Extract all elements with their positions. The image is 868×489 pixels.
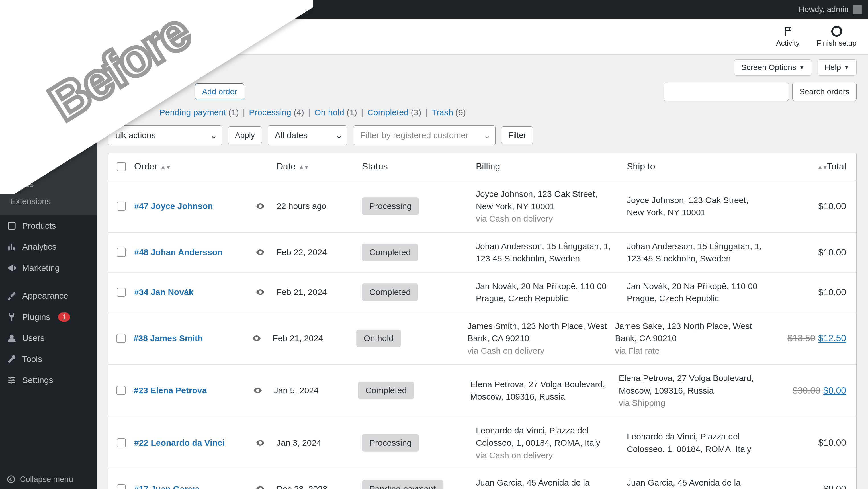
screen-options-tab[interactable]: Screen Options▼ — [734, 59, 812, 76]
sort-icon: ▲▾ — [298, 163, 308, 171]
filter-label: Processing — [249, 108, 291, 117]
row-checkbox[interactable] — [117, 248, 126, 257]
search-orders-input[interactable] — [663, 83, 789, 101]
eye-icon[interactable] — [255, 484, 265, 489]
wp-logo[interactable] — [6, 0, 24, 19]
col-header-date[interactable]: Date▲▾ — [277, 161, 362, 172]
row-checkbox[interactable] — [117, 386, 126, 395]
order-link[interactable]: #17 Juan Garcia — [134, 484, 199, 489]
sidebar-item-tools[interactable]: Tools — [0, 348, 97, 370]
row-checkbox[interactable] — [117, 484, 126, 489]
table-row: #17 Juan Garcia Dec 28, 2023 Pending pay… — [108, 469, 856, 489]
sidebar-item-posts[interactable]: Posts — [0, 40, 97, 61]
site-title-link[interactable]: dashify — [24, 0, 70, 19]
finish-setup-button[interactable]: Finish setup — [817, 26, 857, 48]
submenu-item-orders[interactable]: ders 4 — [0, 106, 97, 123]
submenu-item-woo-settings[interactable]: Settings — [0, 158, 97, 176]
order-link[interactable]: #48 Johan Andersson — [134, 247, 223, 257]
comments-count: 0 — [112, 5, 117, 14]
eye-icon[interactable] — [255, 287, 265, 297]
submenu-item-status[interactable]: Status — [0, 176, 97, 193]
add-order-button[interactable]: Add order — [195, 84, 244, 100]
sidebar-item-marketing[interactable]: Marketing — [0, 257, 97, 278]
updates-link[interactable]: 1 — [70, 0, 96, 19]
sidebar-item-products[interactable]: Products — [0, 215, 97, 236]
col-header-order[interactable]: Order▲▾ — [134, 161, 277, 172]
filter-onhold-link[interactable]: On hold (1) — [314, 108, 357, 117]
order-link[interactable]: #38 James Smith — [133, 334, 203, 343]
total-price: $10.00 — [818, 201, 846, 211]
submenu-item-extensions[interactable]: Extensions — [0, 193, 97, 210]
order-date: Jan 5, 2024 — [274, 386, 319, 395]
dates-label: All dates — [275, 130, 308, 140]
billing-address: Jan Novák, 20 Na Příkopě, 110 00Prague, … — [476, 280, 627, 305]
separator: | — [239, 108, 249, 117]
eye-icon[interactable] — [253, 386, 262, 395]
sidebar-item-woocommerce[interactable]: ce — [0, 82, 97, 103]
order-link[interactable]: #47 Joyce Johnson — [134, 201, 213, 211]
sidebar-item-analytics[interactable]: Analytics — [0, 236, 97, 257]
sidebar-item-users[interactable]: Users — [0, 328, 97, 348]
customer-filter-placeholder: Filter by registered customer — [360, 130, 468, 140]
new-link[interactable] — [121, 0, 140, 19]
row-checkbox[interactable] — [117, 202, 126, 211]
eye-icon[interactable] — [255, 247, 265, 257]
order-link[interactable]: #22 Leonardo da Vinci — [134, 438, 225, 448]
sidebar-item-plugins[interactable]: Plugins 1 — [0, 306, 97, 328]
select-all-checkbox[interactable] — [117, 162, 126, 171]
sidebar-label: Marketing — [22, 263, 60, 273]
search-orders-button[interactable]: Search orders — [792, 83, 857, 101]
row-checkbox[interactable] — [117, 288, 126, 297]
filter-processing-link[interactable]: Processing (4) — [249, 108, 304, 117]
sidebar-item-media[interactable]: M… — [0, 61, 97, 82]
submenu-label: Customers — [10, 127, 50, 136]
row-checkbox[interactable] — [117, 438, 126, 448]
eye-icon[interactable] — [255, 438, 265, 448]
submenu-item-reports[interactable]: Reports — [0, 141, 97, 158]
howdy-text[interactable]: Howdy, admin — [799, 5, 849, 14]
chevron-down-icon: ⌄ — [484, 130, 491, 141]
activity-button[interactable]: Activity — [776, 26, 799, 48]
sidebar-item-appearance[interactable]: Appearance — [0, 285, 97, 306]
sliders-icon — [7, 375, 17, 385]
filter-count: (4) — [293, 108, 304, 117]
filter-button[interactable]: Filter — [501, 126, 533, 144]
help-tab[interactable]: Help▼ — [817, 59, 857, 76]
filter-pending-link[interactable]: Pending payment (1) — [159, 108, 239, 117]
wordpress-icon — [10, 5, 19, 14]
admin-bar: dashify 1 0 Howdy, admin — [0, 0, 868, 19]
eye-icon[interactable] — [252, 334, 261, 343]
total-strikethrough: $30.00 — [793, 385, 820, 396]
total-strikethrough: $13.50 — [787, 333, 815, 343]
apply-button[interactable]: Apply — [228, 126, 262, 144]
sidebar-label: Appearance — [22, 291, 68, 301]
plug-icon — [7, 312, 17, 322]
col-header-label: Total — [827, 161, 846, 172]
table-row: #22 Leonardo da Vinci Jan 3, 2024 Proces… — [108, 417, 856, 469]
comments-link[interactable]: 0 — [96, 0, 121, 19]
order-link[interactable]: #34 Jan Novák — [134, 287, 193, 297]
sidebar-label: Settings — [22, 375, 53, 385]
col-header-total[interactable]: ▲▾Total — [803, 161, 856, 172]
total-sale-price: $0.00 — [823, 385, 846, 396]
avatar[interactable] — [852, 5, 862, 14]
sidebar-label: Users — [22, 333, 44, 343]
submenu-label: Reports — [10, 145, 39, 154]
filter-trash-link[interactable]: Trash (9) — [431, 108, 466, 117]
svg-point-7 — [12, 379, 14, 381]
submenu-item-customers[interactable]: Customers — [0, 123, 97, 141]
dates-select[interactable]: All dates ⌄ — [268, 125, 347, 145]
order-link[interactable]: #23 Elena Petrova — [134, 386, 207, 395]
eye-icon[interactable] — [255, 201, 265, 211]
total-price: $10.00 — [818, 437, 846, 448]
table-row: #23 Elena Petrova Jan 5, 2024 Completed … — [108, 365, 856, 417]
customer-filter-select[interactable]: Filter by registered customer ⌄ — [353, 125, 496, 145]
svg-point-12 — [259, 251, 261, 253]
sidebar-item-dashboard[interactable]: Dashboard — [0, 19, 97, 40]
collapse-menu[interactable]: Collapse menu — [0, 470, 97, 489]
bulk-actions-select[interactable]: ulk actions ⌄ — [108, 125, 222, 145]
sidebar-item-settings[interactable]: Settings — [0, 370, 97, 391]
flag-icon — [782, 26, 794, 37]
filter-completed-link[interactable]: Completed (3) — [367, 108, 421, 117]
row-checkbox[interactable] — [117, 334, 126, 343]
